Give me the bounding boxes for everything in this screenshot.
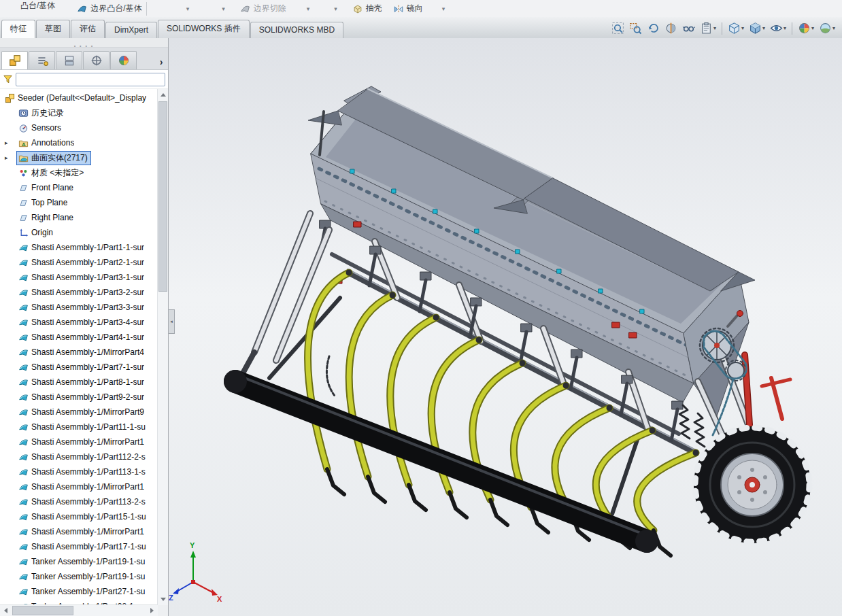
ribbon-button-partial[interactable]: 凸台/基体 bbox=[20, 0, 55, 12]
tree-horizontal-scrollbar[interactable] bbox=[0, 604, 158, 616]
scroll-left-arrow[interactable] bbox=[0, 605, 11, 616]
tree-item[interactable]: Annotations bbox=[0, 135, 158, 150]
vertical-scroll-thumb[interactable] bbox=[158, 101, 167, 292]
tree-item-label: Sensors bbox=[31, 123, 61, 133]
tree-root-assembly[interactable]: Seeder (Default<<Default>_Display bbox=[0, 90, 158, 105]
edit-appearance-icon[interactable] bbox=[796, 21, 815, 35]
hide-show-items-icon[interactable] bbox=[769, 21, 788, 35]
tree-item[interactable]: Tanker Assembly-1/Part27-1-su bbox=[0, 584, 158, 599]
tab-mbd[interactable]: SOLIDWORKS MBD bbox=[250, 22, 343, 38]
tree-item[interactable]: Shasti Asemmbly-1/Part15-1-su bbox=[0, 509, 158, 524]
horizontal-scroll-thumb[interactable] bbox=[12, 606, 73, 615]
tree-item[interactable]: 曲面实体(2717) bbox=[0, 150, 158, 165]
tree-item[interactable]: Right Plane bbox=[0, 210, 158, 225]
featuremanager-panel: Seeder (Default<<Default>_Display 历史记录 bbox=[0, 38, 169, 616]
tree-item[interactable]: Shasti Asemmbly-1/Part112-2-s bbox=[0, 449, 158, 464]
tree-item[interactable]: Shasti Asemmbly-1/MirrorPart4 bbox=[0, 345, 158, 360]
tree-item[interactable]: Shasti Asemmbly-1/Part8-1-sur bbox=[0, 375, 158, 390]
tree-item[interactable]: Shasti Asemmbly-1/MirrorPart1 bbox=[0, 524, 158, 539]
shell-button[interactable]: 抽壳 bbox=[352, 3, 382, 14]
section-view-icon[interactable] bbox=[663, 21, 679, 35]
tree-item[interactable]: Shasti Asemmbly-1/Part3-3-sur bbox=[0, 300, 158, 315]
tree-item[interactable]: Shasti Asemmbly-1/Part113-1-s bbox=[0, 464, 158, 479]
tree-item[interactable]: Shasti Asemmbly-1/Part3-4-sur bbox=[0, 315, 158, 330]
tab-sketch[interactable]: 草图 bbox=[36, 20, 70, 38]
scroll-right-arrow[interactable] bbox=[147, 605, 158, 616]
tree-item[interactable]: Shasti Asemmbly-1/Part9-2-sur bbox=[0, 390, 158, 405]
dropdown-caret-icon[interactable] bbox=[762, 25, 765, 31]
dropdown-caret-icon[interactable] bbox=[784, 25, 786, 31]
tree-item[interactable]: Shasti Asemmbly-1/MirrorPart1 bbox=[0, 434, 158, 449]
tab-addins[interactable]: SOLIDWORKS 插件 bbox=[158, 20, 250, 38]
dropdown-caret-icon[interactable] bbox=[741, 25, 744, 31]
dropdown-caret-icon[interactable] bbox=[811, 25, 814, 31]
panel-tab-dimxpertmanager[interactable] bbox=[83, 51, 110, 69]
zoom-area-icon[interactable] bbox=[628, 21, 643, 35]
dropdown-caret-icon[interactable] bbox=[832, 25, 835, 31]
panel-tab-displaymanager[interactable] bbox=[110, 51, 137, 69]
scroll-down-arrow[interactable] bbox=[158, 594, 168, 605]
tree-item[interactable]: Tanker Assembly-1/Part19-1-su bbox=[0, 554, 158, 569]
expand-arrow-icon[interactable] bbox=[5, 135, 8, 150]
tree-item[interactable]: Shasti Asemmbly-1/MirrorPart9 bbox=[0, 405, 158, 420]
boundary-boss-button[interactable]: 边界凸台/基体 bbox=[77, 3, 141, 14]
tree-item[interactable]: Shasti Asemmbly-1/Part113-2-s bbox=[0, 494, 158, 509]
scroll-up-arrow[interactable] bbox=[158, 89, 168, 100]
previous-view-icon[interactable] bbox=[645, 21, 661, 35]
expand-panel-icon[interactable] bbox=[156, 54, 167, 69]
tab-features[interactable]: 特征 bbox=[1, 20, 35, 38]
tree-item[interactable]: Sensors bbox=[0, 120, 158, 135]
tree-item[interactable]: Shasti Asemmbly-1/Part3-2-sur bbox=[0, 285, 158, 300]
tree-item[interactable]: Tanker Assembly-1/Part19-1-su bbox=[0, 569, 158, 584]
tree-item[interactable]: 历史记录 bbox=[0, 105, 158, 120]
panel-collapse-handle[interactable] bbox=[169, 309, 175, 334]
tree-item[interactable]: Shasti Asemmbly-1/Part11-1-su bbox=[0, 420, 158, 434]
tree-filter-input[interactable] bbox=[16, 73, 165, 86]
panel-grip[interactable] bbox=[0, 38, 168, 48]
triad-x-label: X bbox=[217, 595, 222, 603]
tree-item[interactable]: Top Plane bbox=[0, 195, 158, 210]
transport-wheel bbox=[694, 426, 811, 543]
tree-item[interactable]: Shasti Asemmbly-1/MirrorPart1 bbox=[0, 479, 158, 494]
tree-item-icon bbox=[18, 422, 29, 432]
boundary-cut-button[interactable]: 边界切除 bbox=[240, 3, 286, 14]
apply-scene-icon[interactable] bbox=[818, 21, 837, 35]
dropdown-caret-icon[interactable] bbox=[307, 5, 310, 12]
panel-tab-configurations[interactable] bbox=[56, 51, 82, 69]
dropdown-caret-icon[interactable] bbox=[186, 5, 190, 12]
tree-item[interactable]: Shasti Asemmbly-1/Part4-1-sur bbox=[0, 330, 158, 345]
horizontal-scroll-track[interactable] bbox=[11, 605, 147, 616]
seeder-3d-scene[interactable]: Y X Z bbox=[169, 38, 842, 616]
dropdown-caret-icon[interactable] bbox=[334, 5, 337, 12]
mirror-button[interactable]: 镜向 bbox=[393, 3, 423, 14]
dropdown-caret-icon[interactable] bbox=[222, 5, 225, 12]
tree-item[interactable]: Shasti Asemmbly-1/Part17-1-su bbox=[0, 539, 158, 554]
expand-arrow-icon[interactable] bbox=[5, 150, 8, 165]
dropdown-caret-icon[interactable] bbox=[442, 5, 445, 12]
dropdown-caret-icon[interactable] bbox=[713, 25, 716, 31]
view-selector-icon[interactable] bbox=[698, 21, 718, 35]
tree-item[interactable]: Shasti Asemmbly-1/Part2-1-sur bbox=[0, 255, 158, 270]
graphics-viewport[interactable]: Y X Z bbox=[169, 38, 842, 616]
zoom-fit-icon[interactable] bbox=[610, 21, 626, 35]
view-orientation-icon[interactable] bbox=[726, 21, 745, 35]
boundary-boss-icon bbox=[77, 3, 88, 14]
tree-item[interactable]: Front Plane bbox=[0, 180, 158, 195]
tree-item[interactable]: Shasti Asemmbly-1/Part3-1-sur bbox=[0, 270, 158, 285]
tree-item[interactable]: Shasti Asemmbly-1/Part1-1-sur bbox=[0, 240, 158, 255]
panel-tab-propertymanager[interactable] bbox=[29, 51, 55, 69]
tree-item[interactable]: Origin bbox=[0, 225, 158, 240]
tree-item-icon bbox=[18, 123, 29, 133]
tab-evaluate[interactable]: 评估 bbox=[71, 20, 105, 38]
tree-item[interactable]: 材质 <未指定> bbox=[0, 165, 158, 180]
annotation-views-icon[interactable] bbox=[681, 21, 696, 35]
tab-dimxpert[interactable]: DimXpert bbox=[105, 22, 157, 38]
boundary-cut-icon bbox=[240, 3, 251, 14]
display-style-icon[interactable] bbox=[747, 21, 767, 35]
tree-item-icon bbox=[18, 467, 29, 477]
tree-item[interactable]: Shasti Asemmbly-1/Part7-1-sur bbox=[0, 360, 158, 375]
panel-tab-featuremanager[interactable] bbox=[1, 51, 28, 69]
tree-item-label: Top Plane bbox=[31, 198, 67, 207]
tree-vertical-scrollbar[interactable] bbox=[157, 89, 168, 605]
tree-item-icon bbox=[18, 587, 29, 597]
